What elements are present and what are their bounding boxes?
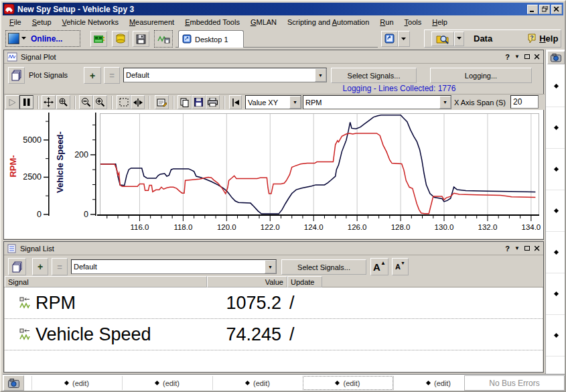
plot-canvas[interactable]: 116.0118.0120.0122.0124.0126.0128.0130.0… [4,110,543,239]
remove-plot-button[interactable]: = [104,67,120,84]
menu-embedded-tools[interactable]: Embedded Tools [180,17,245,27]
plot-signal-combo[interactable]: RPM▼ [303,95,451,109]
menu-measurement[interactable]: Measurement [124,17,180,27]
x-axis-span-input[interactable] [510,95,539,109]
floppy-disk-icon [136,34,146,44]
panel-maximize-button[interactable] [524,54,530,59]
bullet-icon [553,208,558,213]
minimize-button[interactable] [527,5,538,14]
remove-list-button[interactable]: = [52,258,68,275]
menu-tools[interactable]: Tools [399,17,427,27]
pan-button[interactable] [42,95,56,109]
fit-x-button[interactable] [131,95,145,109]
save-setup-button[interactable] [133,31,149,47]
camera-icon [8,379,19,388]
zoom-out-button[interactable] [79,95,93,109]
app-icon [4,4,15,14]
data-view-dropdown[interactable] [454,31,464,46]
dock-item-2[interactable] [546,107,566,149]
edit-cell-label: (edit) [72,379,89,387]
menu-bar: FileSetupVehicle NetworksMeasurementEmbe… [3,15,563,29]
database-button[interactable] [112,31,129,47]
plot-chart-area[interactable]: 116.0118.0120.0122.0124.0126.0128.0130.0… [4,110,543,239]
dock-capture-button[interactable] [547,51,565,64]
panel-maximize-button[interactable] [524,246,530,251]
refresh-dropdown-button[interactable] [398,31,410,47]
panel-help-button[interactable]: ? [505,245,510,253]
combo-arrow-icon[interactable]: ▼ [315,68,326,82]
print-button[interactable] [206,95,220,109]
menu-run[interactable]: Run [374,17,399,27]
signal-name: RPM [36,293,76,314]
log-signal-button[interactable] [154,30,173,48]
restore-button[interactable] [539,5,550,14]
signal-save-icon [157,34,170,44]
font-decrease-button[interactable]: A▼ [392,258,409,275]
play-icon [9,99,16,107]
dock-item-1[interactable] [546,66,566,107]
menu-setup[interactable]: Setup [27,17,57,27]
menu-vehicle-networks[interactable]: Vehicle Networks [57,17,124,27]
chevron-down-icon [21,37,27,40]
signal-value: 1075.2 [226,293,281,314]
dock-item-7[interactable] [546,315,566,356]
edit-cell-1[interactable]: (edit) [31,376,122,390]
zoom-in-button[interactable] [93,95,107,109]
zoom-drag-button[interactable] [56,95,70,109]
select-region-button[interactable] [117,95,131,109]
panel-pin-button[interactable]: ▼ [514,245,520,251]
panel-help-button[interactable]: ? [505,53,510,61]
pause-button[interactable] [19,95,33,109]
edit-cell-2[interactable]: (edit) [122,376,212,390]
edit-cell-3[interactable]: (edit) [212,376,303,390]
dock-item-list [546,66,566,392]
menu-file[interactable]: File [4,17,27,27]
logging-button[interactable]: Logging... [430,68,532,83]
hardware-button[interactable] [90,31,107,47]
add-list-button[interactable]: + [32,258,48,275]
add-plot-button[interactable]: + [84,67,101,84]
list-pages-button[interactable] [8,258,26,275]
column-header-update[interactable]: Update [287,276,322,287]
tab-desktop-1[interactable]: Desktop 1 [178,30,244,48]
signal-row-vehicle-speed[interactable]: Vehicle Speed74.245/ [5,319,543,350]
play-button[interactable] [5,95,19,109]
pause-icon [23,99,30,106]
panel-close-button[interactable] [535,54,540,60]
vehicle-speed-axis-label: Vehicle Speed- [55,131,65,193]
window-title: New Spy Setup - Vehicle Spy 3 [17,5,527,14]
copy-button[interactable] [178,95,192,109]
dock-item-6[interactable] [546,273,566,315]
signal-row-rpm[interactable]: RPM1075.2/ [5,287,543,319]
plot-pages-button[interactable] [8,67,25,84]
close-button[interactable] [551,5,562,14]
menu-gmlan[interactable]: GMLAN [245,17,282,27]
circuit-board-icon [93,34,104,44]
help-button[interactable]: Help [539,34,558,44]
list-select-signals-button[interactable]: Select Signals... [281,259,366,275]
data-view-button[interactable] [431,31,454,46]
panel-close-button[interactable] [535,246,540,251]
reset-x-button[interactable] [229,95,242,109]
menu-help[interactable]: Help [427,17,453,27]
desktop-select-button[interactable] [3,375,24,391]
bullet-icon [553,84,558,88]
list-preset-combo[interactable]: Default▼ [71,259,277,274]
dock-item-5[interactable] [546,232,566,273]
dock-item-3[interactable] [546,149,566,190]
font-increase-button[interactable]: A▲ [370,258,388,275]
column-header-signal[interactable]: Signal [5,276,207,287]
x-tick-label: 128.0 [391,223,411,231]
refresh-desktop-button[interactable] [381,31,398,47]
dock-item-4[interactable] [546,190,566,232]
plot-preset-combo[interactable]: Default ▼ [123,68,327,82]
plot-mode-combo[interactable]: Value XY▼ [245,95,301,109]
menu-scripting-and-automation[interactable]: Scripting and Automation [282,17,374,27]
online-button[interactable]: Online... [5,30,80,47]
edit-cell-4[interactable]: (edit) [303,376,393,390]
save-plot-button[interactable] [192,95,206,109]
column-header-value[interactable]: Value [207,276,287,287]
plot-properties-button[interactable] [155,95,169,109]
panel-pin-button[interactable]: ▼ [514,54,520,60]
select-signals-button[interactable]: Select Signals... [331,68,417,83]
